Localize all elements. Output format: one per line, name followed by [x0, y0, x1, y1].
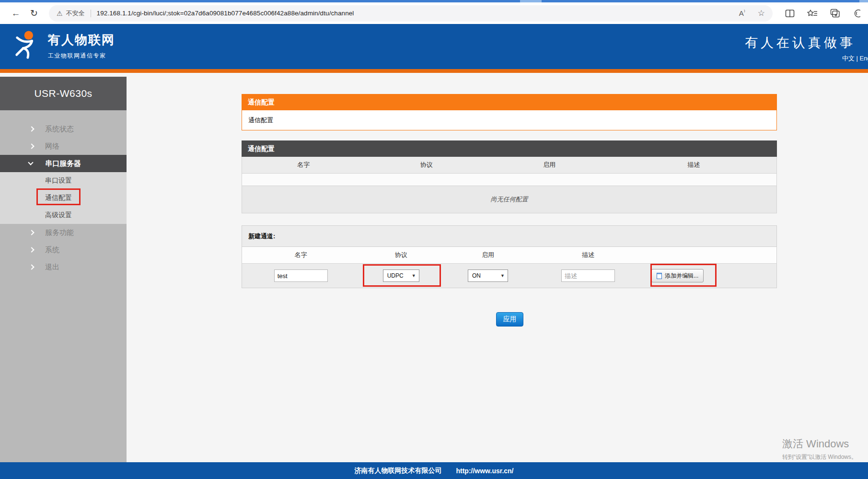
footer: 济南有人物联网技术有限公司 http://www.usr.cn/ — [0, 462, 868, 479]
form-column-protocol: 协议 — [359, 251, 442, 259]
dropdown-arrow-icon: ▼ — [500, 273, 505, 278]
header-slogan: 有人在认真做事 — [745, 34, 856, 51]
sidebar-item-network[interactable]: 网络 — [0, 138, 127, 155]
browser-extra-icon[interactable] — [853, 9, 860, 18]
sidebar-item-service-functions[interactable]: 服务功能 — [0, 224, 127, 241]
not-secure-warning-icon: ⚠ — [57, 10, 63, 17]
chevron-down-icon — [28, 160, 33, 165]
collections-icon[interactable] — [807, 9, 818, 18]
brand-subtitle: 工业物联网通信专家 — [48, 52, 115, 60]
column-header-name: 名字 — [242, 161, 365, 169]
sidebar-item-serial-server[interactable]: 串口服务器 — [0, 155, 127, 172]
not-secure-label[interactable]: 不安全 — [66, 9, 85, 18]
header-orange-stripe — [0, 69, 868, 73]
enable-select[interactable]: ON ▼ — [468, 269, 508, 282]
refresh-icon[interactable]: ↻ — [25, 5, 43, 22]
annotation-box-communication-config — [36, 188, 81, 205]
sidebar-item-logout[interactable]: 退出 — [0, 258, 127, 276]
chevron-right-icon — [29, 143, 34, 149]
form-column-name: 名字 — [242, 251, 359, 259]
channel-table-panel: 通信配置 名字 协议 启用 描述 尚无任何配置 — [242, 140, 777, 213]
chevron-right-icon — [29, 264, 34, 269]
panel-title-bar: 通信配置 — [242, 94, 777, 110]
brand-block: 有人物联网 工业物联网通信专家 — [48, 32, 115, 60]
sidebar: USR-W630s 系统状态 网络 串口服务器 串口设置 通信配置 高级设置 服… — [0, 77, 127, 462]
form-column-enable: 启用 — [442, 251, 533, 259]
footer-website-link[interactable]: http://www.usr.cn/ — [456, 467, 513, 475]
address-divider — [91, 10, 91, 17]
description-input[interactable] — [561, 269, 615, 282]
table-title-bar: 通信配置 — [242, 140, 777, 157]
sidebar-item-serial-settings[interactable]: 串口设置 — [0, 172, 127, 189]
language-switcher[interactable]: 中文 | Eng — [842, 54, 868, 63]
sidebar-item-advanced-settings[interactable]: 高级设置 — [0, 207, 127, 224]
watermark-line1: 激活 Windows — [782, 437, 857, 451]
address-bar[interactable]: ⚠ 不安全 192.168.1.1/cgi-bin/luci/;stok=02a… — [49, 5, 773, 22]
no-configuration-text: 尚无任何配置 — [242, 186, 777, 213]
table-empty-row — [242, 174, 777, 186]
enable-value: ON — [472, 272, 481, 279]
back-icon[interactable]: ← — [7, 5, 25, 22]
apply-button[interactable]: 应用 — [496, 312, 523, 327]
screen: ← ↻ ⚠ 不安全 192.168.1.1/cgi-bin/luci/;stok… — [0, 0, 868, 479]
form-column-description: 描述 — [533, 251, 643, 259]
url-text[interactable]: 192.168.1.1/cgi-bin/luci/;stok=02a7d6a09… — [97, 10, 354, 17]
panel-body-text: 通信配置 — [242, 110, 777, 130]
favorite-star-icon[interactable]: ☆ — [758, 8, 765, 18]
chevron-right-icon — [29, 247, 34, 252]
column-header-protocol: 协议 — [365, 161, 487, 169]
brand-title: 有人物联网 — [48, 32, 115, 48]
usr-logo: ® — [12, 30, 40, 61]
sidebar-item-system-status[interactable]: 系统状态 — [0, 120, 127, 138]
site-header: ® 有人物联网 工业物联网通信专家 有人在认真做事 中文 | Eng — [0, 24, 868, 69]
form-header-row: 名字 协议 启用 描述 — [242, 247, 776, 264]
browser-toolbar: ← ↻ ⚠ 不安全 192.168.1.1/cgi-bin/luci/;stok… — [0, 2, 868, 24]
watermark-line2: 转到“设置”以激活 Windows。 — [782, 453, 857, 461]
footer-company: 济南有人物联网技术有限公司 — [354, 467, 441, 475]
communication-config-panel: 通信配置 通信配置 — [242, 94, 777, 130]
chevron-right-icon — [29, 126, 34, 131]
tab-groups-icon[interactable] — [830, 9, 840, 18]
chevron-right-icon — [29, 230, 34, 235]
windows-activation-watermark: 激活 Windows 转到“设置”以激活 Windows。 — [782, 437, 857, 461]
new-channel-label: 新建通道: — [242, 226, 776, 247]
table-header-row: 名字 协议 启用 描述 — [242, 157, 777, 174]
split-screen-icon[interactable] — [785, 9, 795, 18]
annotation-box-add-button — [650, 264, 717, 287]
annotation-box-protocol-select — [363, 264, 441, 287]
sidebar-item-system[interactable]: 系统 — [0, 241, 127, 258]
column-header-description: 描述 — [611, 161, 776, 169]
channel-name-input[interactable] — [274, 269, 328, 282]
device-name: USR-W630s — [0, 77, 127, 110]
read-aloud-icon[interactable]: A — [739, 9, 745, 17]
column-header-enable: 启用 — [488, 161, 611, 169]
